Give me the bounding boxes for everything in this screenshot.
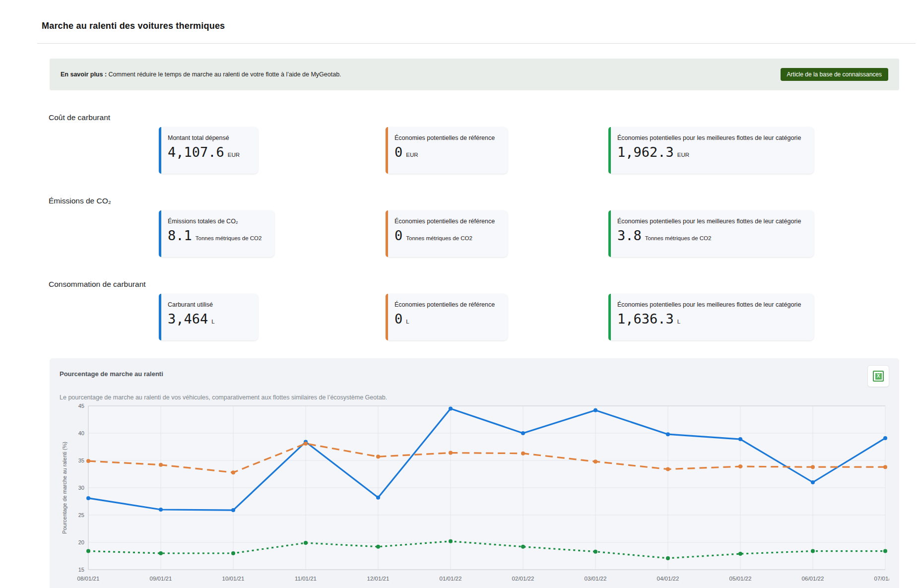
metric-label: Émissions totales de CO₂ <box>168 218 262 225</box>
metric-unit: Tonnes métriques de CO2 <box>645 235 712 241</box>
svg-text:45: 45 <box>78 403 84 409</box>
idle-percentage-line-chart: 1520253035404508/01/2109/01/2110/01/2111… <box>60 403 889 588</box>
section-title-co2-emissions: Émissions de CO₂ <box>49 196 920 205</box>
metric-card-benchmark-savings: Économies potentielles de référence 0 EU… <box>386 127 508 174</box>
metric-unit: L <box>211 319 214 325</box>
page-title: Marche au ralenti des voitures thermique… <box>0 0 920 31</box>
metric-value: 0 <box>394 144 402 160</box>
metric-label: Économies potentielles pour les meilleur… <box>617 134 801 141</box>
header-divider <box>37 43 916 44</box>
chart-title: Pourcentage de marche au ralenti <box>60 365 163 378</box>
svg-text:11/01/21: 11/01/21 <box>295 576 317 582</box>
svg-text:04/01/22: 04/01/22 <box>657 576 679 582</box>
svg-text:10/01/21: 10/01/21 <box>222 576 245 582</box>
metric-value: 4,107.6 <box>168 144 224 160</box>
metric-label: Économies potentielles pour les meilleur… <box>617 218 801 225</box>
svg-text:08/01/21: 08/01/21 <box>77 576 100 582</box>
metric-value: 3.8 <box>617 228 642 243</box>
chart-subtitle: Le pourcentage de marche au ralenti de v… <box>60 394 889 401</box>
metric-card-total-co2: Émissions totales de CO₂ 8.1 Tonnes métr… <box>159 210 274 257</box>
idle-report-page: Marche au ralenti des voitures thermique… <box>0 0 920 588</box>
section-title-fuel-cost: Coût de carburant <box>49 113 920 122</box>
metric-label: Économies potentielles de référence <box>394 301 495 308</box>
metric-card-best-in-class-co2: Économies potentielles pour les meilleur… <box>608 210 814 257</box>
banner-text: En savoir plus : Comment réduire le temp… <box>61 71 341 78</box>
metric-label: Montant total dépensé <box>168 134 245 141</box>
excel-icon: X <box>873 371 884 382</box>
svg-text:35: 35 <box>78 457 84 463</box>
metric-label: Économies potentielles de référence <box>394 218 495 225</box>
metric-label: Économies potentielles pour les meilleur… <box>617 301 801 308</box>
metric-unit: L <box>677 319 680 325</box>
svg-text:Pourcentage de marche au ralen: Pourcentage de marche au ralenti (%) <box>62 442 67 534</box>
svg-text:03/01/22: 03/01/22 <box>585 576 607 582</box>
svg-text:40: 40 <box>78 430 84 436</box>
excel-export-button[interactable]: X <box>867 365 889 387</box>
svg-text:02/01/22: 02/01/22 <box>512 576 534 582</box>
fuel-consumption-cards-row: Carburant utilisé 3,464 L Économies pote… <box>50 294 920 340</box>
metric-card-fuel-used: Carburant utilisé 3,464 L <box>159 294 258 340</box>
svg-text:05/01/22: 05/01/22 <box>729 576 752 582</box>
svg-text:09/01/21: 09/01/21 <box>150 576 172 582</box>
metric-value: 1,962.3 <box>617 144 674 160</box>
svg-text:01/01/22: 01/01/22 <box>440 576 462 582</box>
metric-unit: L <box>406 319 409 325</box>
metric-value: 1,636.3 <box>617 311 674 327</box>
metric-card-best-in-class-fuel: Économies potentielles pour les meilleur… <box>608 294 814 340</box>
metric-value: 8.1 <box>168 228 192 243</box>
metric-card-best-in-class-savings: Économies potentielles pour les meilleur… <box>608 127 814 174</box>
svg-text:30: 30 <box>78 485 84 491</box>
section-title-fuel-consumption: Consommation de carburant <box>49 280 920 289</box>
banner-message: Comment réduire le temps de marche au ra… <box>109 71 341 78</box>
metric-card-total-spent: Montant total dépensé 4,107.6 EUR <box>159 127 258 174</box>
knowledge-base-article-button[interactable]: Article de la base de connaissances <box>781 68 888 81</box>
metric-value: 3,464 <box>168 311 208 327</box>
svg-text:25: 25 <box>78 512 84 518</box>
idle-percentage-panel: Pourcentage de marche au ralenti X Le po… <box>50 358 899 588</box>
co2-cards-row: Émissions totales de CO₂ 8.1 Tonnes métr… <box>50 210 920 257</box>
metric-card-benchmark-co2: Économies potentielles de référence 0 To… <box>386 210 508 257</box>
metric-value: 0 <box>394 311 402 327</box>
metric-unit: EUR <box>406 152 418 158</box>
metric-value: 0 <box>394 228 402 243</box>
svg-text:07/01/22: 07/01/22 <box>874 576 889 582</box>
banner-lead: En savoir plus : <box>61 71 107 78</box>
metric-unit: EUR <box>677 152 689 158</box>
svg-text:06/01/22: 06/01/22 <box>802 576 824 582</box>
info-banner: En savoir plus : Comment réduire le temp… <box>50 59 899 90</box>
metric-unit: Tonnes métriques de CO2 <box>406 235 472 241</box>
metric-unit: EUR <box>228 152 240 158</box>
metric-label: Économies potentielles de référence <box>394 134 495 141</box>
svg-text:12/01/21: 12/01/21 <box>367 576 390 582</box>
metric-card-benchmark-fuel: Économies potentielles de référence 0 L <box>386 294 508 340</box>
metric-unit: Tonnes métriques de CO2 <box>196 235 262 241</box>
metric-label: Carburant utilisé <box>168 301 245 308</box>
fuel-cost-cards-row: Montant total dépensé 4,107.6 EUR Économ… <box>50 127 920 174</box>
svg-text:15: 15 <box>78 567 84 573</box>
svg-text:20: 20 <box>78 539 84 545</box>
